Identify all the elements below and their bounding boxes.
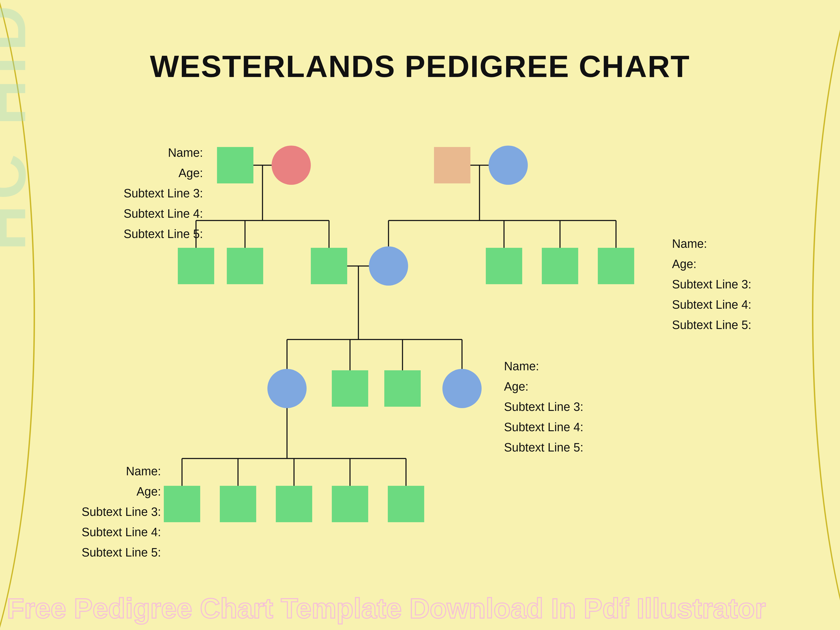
g4-c5-icon bbox=[388, 486, 424, 522]
labelset-1-f5: Subtext Line 5: bbox=[56, 224, 203, 245]
labelset-2-f5: Subtext Line 5: bbox=[672, 316, 826, 336]
labelset-2-f4: Subtext Line 4: bbox=[672, 295, 826, 316]
footer-watermark: Free Pedigree Chart Template Download In… bbox=[7, 594, 766, 623]
labelset-1-f2: Age: bbox=[56, 164, 203, 184]
labelset-2-f3: Subtext Line 3: bbox=[672, 275, 826, 295]
labelset-3-f4: Subtext Line 4: bbox=[504, 418, 658, 438]
g2-B1-icon bbox=[369, 246, 408, 286]
g1-B-female-icon bbox=[489, 145, 528, 185]
side-watermark: HC HID bbox=[0, 0, 35, 251]
g2-B2-icon bbox=[486, 248, 522, 284]
g1-B-male-icon bbox=[434, 147, 471, 183]
labelset-2-f1: Name: bbox=[672, 235, 826, 255]
labelset-1-f4: Subtext Line 4: bbox=[56, 204, 203, 224]
labelset-4-f4: Subtext Line 4: bbox=[14, 523, 161, 543]
page-title: WESTERLANDS PEDIGREE CHART bbox=[0, 49, 840, 84]
labelset-4: Name: Age: Subtext Line 3: Subtext Line … bbox=[14, 462, 161, 563]
g4-c1-icon bbox=[164, 486, 200, 522]
g4-c4-icon bbox=[332, 486, 368, 522]
g2-B3-icon bbox=[542, 248, 578, 284]
g1-A-female-icon bbox=[272, 145, 311, 185]
g4-c2-icon bbox=[220, 486, 256, 522]
labelset-4-f2: Age: bbox=[14, 482, 161, 503]
g2-A3-icon bbox=[311, 248, 347, 284]
labelset-1: Name: Age: Subtext Line 3: Subtext Line … bbox=[56, 144, 203, 245]
labelset-2-f2: Age: bbox=[672, 255, 826, 275]
labelset-3-f2: Age: bbox=[504, 377, 658, 398]
g3-c4-icon bbox=[442, 369, 482, 408]
labelset-1-f3: Subtext Line 3: bbox=[56, 184, 203, 204]
g3-c1-icon bbox=[267, 369, 306, 408]
labelset-2: Name: Age: Subtext Line 3: Subtext Line … bbox=[672, 235, 826, 336]
labelset-3-f3: Subtext Line 3: bbox=[504, 397, 658, 418]
labelset-3: Name: Age: Subtext Line 3: Subtext Line … bbox=[504, 357, 658, 458]
labelset-4-f3: Subtext Line 3: bbox=[14, 502, 161, 523]
labelset-3-f5: Subtext Line 5: bbox=[504, 438, 658, 458]
g3-c2-icon bbox=[332, 370, 368, 407]
labelset-1-f1: Name: bbox=[56, 144, 203, 164]
g1-A-male-icon bbox=[217, 147, 253, 183]
g2-A1-icon bbox=[178, 248, 214, 284]
g4-c3-icon bbox=[276, 486, 312, 522]
labelset-4-f5: Subtext Line 5: bbox=[14, 543, 161, 563]
g2-B4-icon bbox=[598, 248, 634, 284]
g3-c3-icon bbox=[384, 370, 421, 407]
labelset-3-f1: Name: bbox=[504, 357, 658, 377]
g2-A2-icon bbox=[227, 248, 263, 284]
labelset-4-f1: Name: bbox=[14, 462, 161, 482]
